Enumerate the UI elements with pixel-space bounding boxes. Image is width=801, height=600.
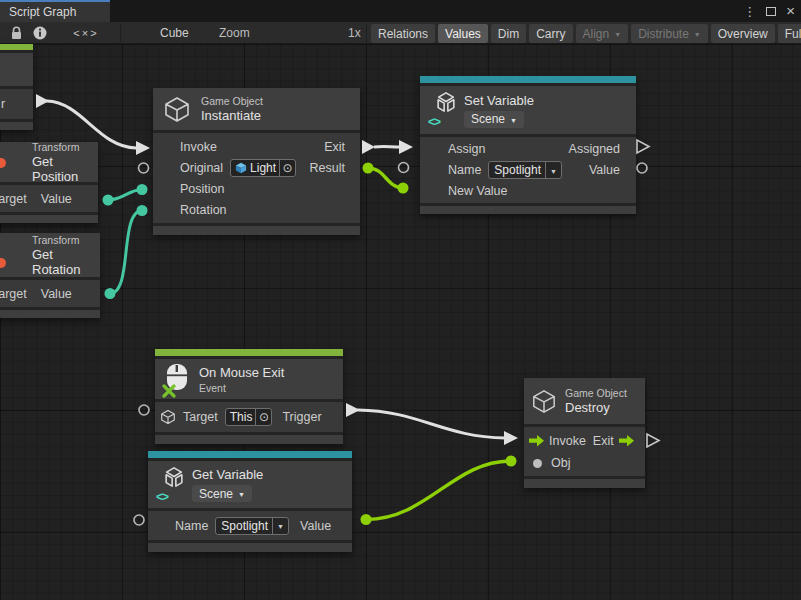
window-controls: ⋮ × — [743, 0, 795, 22]
overview-button[interactable]: Overview — [711, 24, 775, 43]
node-get-variable[interactable]: <> Get Variable Scene ▼ Name Spotlight ▼… — [148, 451, 352, 552]
variable-icon: <> — [428, 91, 458, 129]
node-title: On Mouse Exit — [199, 365, 284, 380]
mouse-event-icon — [164, 362, 190, 396]
code-view-button[interactable]: <×> — [62, 24, 110, 42]
invoke-port-label: Invoke — [180, 140, 217, 154]
zoom-value: 1x — [348, 26, 361, 40]
chevron-down-icon: ▼ — [550, 168, 557, 175]
node-title: Destroy — [565, 400, 627, 415]
clipped-port-label: r — [1, 97, 5, 111]
trigger-port-label: Trigger — [282, 410, 321, 424]
light-object-cube-icon — [235, 162, 247, 174]
node-set-variable[interactable]: <> Set Variable Scene ▼ Assign Assigned … — [420, 76, 636, 214]
graph-toolbar: <×> Cube Zoom 1x Relations Values Dim Ca… — [0, 22, 801, 44]
chevron-down-icon: ▼ — [510, 117, 517, 124]
kebab-menu-icon[interactable]: ⋮ — [743, 4, 756, 19]
full-screen-button[interactable]: Full Screen — [778, 24, 801, 43]
toolbar-buttons: Relations Values Dim Carry Align ▼ Distr… — [371, 24, 801, 43]
target-port-label: Target — [0, 192, 27, 206]
original-object-field[interactable]: Light ⊙ — [230, 159, 296, 177]
tab-script-graph[interactable]: Script Graph — [0, 0, 110, 22]
values-button[interactable]: Values — [438, 24, 488, 43]
chevron-down-icon: ▼ — [614, 31, 621, 38]
lock-button[interactable] — [4, 24, 28, 42]
variable-code-icon: <> — [428, 115, 440, 129]
distribute-button[interactable]: Distribute ▼ — [631, 24, 708, 43]
original-port-label: Original — [180, 161, 223, 175]
result-port-label: Result — [310, 161, 345, 175]
tab-title: Script Graph — [9, 5, 76, 19]
node-subtitle: Event — [199, 382, 284, 394]
value-port-label: Value — [41, 287, 72, 301]
flow-arrow-icon — [619, 435, 634, 447]
node-clipped-event[interactable]: r — [0, 44, 33, 130]
variable-kind-dropdown[interactable]: Scene ▼ — [464, 111, 524, 128]
node-get-rotation[interactable]: Transform Get Rotation Target Value — [0, 233, 100, 318]
game-object-cube-icon — [163, 96, 191, 123]
chevron-down-icon: ▼ — [694, 31, 701, 38]
node-destroy[interactable]: Game Object Destroy Invoke Exit Obj — [524, 378, 645, 488]
variable-code-icon: <> — [156, 490, 168, 504]
name-port-label: Name — [175, 519, 208, 533]
toolbar-separator — [366, 24, 367, 42]
node-category: Transform — [32, 141, 79, 153]
node-category: Game Object — [565, 387, 627, 399]
carry-button[interactable]: Carry — [529, 24, 572, 43]
node-get-position[interactable]: Transform Get Position Target Value — [0, 142, 98, 223]
tab-strip: Script Graph ⋮ × — [0, 0, 801, 22]
exit-port-label: Exit — [324, 140, 345, 154]
relations-button[interactable]: Relations — [371, 24, 435, 43]
obj-port-dot-icon — [533, 459, 542, 468]
node-title: Get Position — [32, 154, 98, 184]
new-value-port-label: New Value — [448, 184, 508, 198]
target-object-value: This — [230, 410, 253, 424]
node-category: Game Object — [201, 95, 263, 107]
chevron-down-icon: ▼ — [277, 523, 284, 530]
node-on-mouse-exit[interactable]: On Mouse Exit Event Target This ⊙ Trigge… — [155, 349, 343, 444]
close-icon[interactable]: × — [786, 6, 795, 16]
info-icon — [33, 26, 47, 40]
object-picker-icon[interactable]: ⊙ — [279, 160, 295, 176]
variable-kind-dropdown[interactable]: Scene ▼ — [192, 485, 252, 502]
zoom-label: Zoom — [219, 26, 250, 40]
position-port-label: Position — [180, 182, 224, 196]
toolbar-separator — [120, 24, 121, 42]
dim-button[interactable]: Dim — [491, 24, 526, 43]
variable-icon: <> — [156, 466, 186, 504]
target-object-field[interactable]: This ⊙ — [225, 408, 273, 426]
node-category: Transform — [32, 234, 79, 246]
node-title: Set Variable — [464, 93, 534, 108]
variable-name-dropdown[interactable]: Spotlight ▼ — [215, 517, 289, 535]
node-instantiate[interactable]: Game Object Instantiate Invoke Exit Orig… — [153, 88, 360, 235]
target-cube-icon — [160, 409, 176, 425]
value-port-label: Value — [41, 192, 72, 206]
variable-name-dropdown[interactable]: Spotlight ▼ — [488, 161, 562, 179]
chevron-down-icon: ▼ — [238, 491, 245, 498]
code-view-icon: <×> — [73, 27, 98, 39]
original-object-value: Light — [250, 161, 276, 175]
transform-orange-dot-icon — [0, 258, 6, 268]
lock-icon — [10, 26, 23, 40]
assign-port-label: Assign — [448, 142, 486, 156]
align-button[interactable]: Align ▼ — [576, 24, 629, 43]
object-picker-icon[interactable]: ⊙ — [255, 409, 271, 425]
transform-orange-dot-icon — [0, 158, 6, 168]
maximize-icon[interactable] — [766, 7, 776, 16]
rotation-port-label: Rotation — [180, 203, 227, 217]
value-port-label: Value — [589, 163, 620, 177]
flow-arrow-icon — [529, 435, 544, 447]
node-title: Get Rotation — [32, 247, 100, 277]
node-title: Instantiate — [201, 108, 263, 123]
obj-port-label: Obj — [551, 456, 570, 470]
info-button[interactable] — [28, 24, 52, 42]
game-object-cube-icon — [531, 389, 557, 414]
graph-context-label[interactable]: Cube — [160, 26, 189, 40]
node-title: Get Variable — [192, 467, 263, 482]
assigned-port-label: Assigned — [569, 142, 620, 156]
exit-port-label: Exit — [593, 434, 614, 448]
invoke-port-label: Invoke — [549, 434, 586, 448]
value-port-label: Value — [300, 519, 331, 533]
graph-canvas[interactable] — [0, 44, 801, 600]
name-port-label: Name — [448, 163, 481, 177]
